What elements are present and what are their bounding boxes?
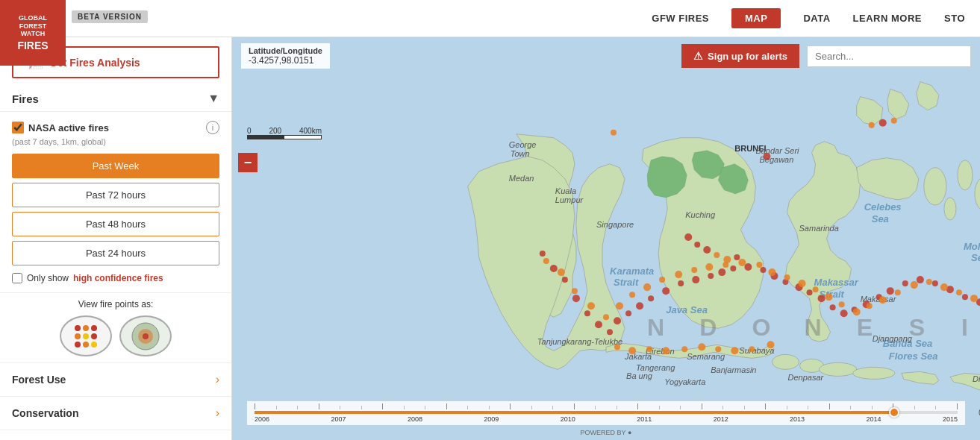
time-btn-48h[interactable]: Past 48 hours — [12, 212, 219, 236]
fire-dot — [940, 283, 948, 291]
layer-category-land-cover[interactable]: Land Cover › — [0, 430, 231, 440]
nasa-fires-row: NASA active fires i — [12, 121, 219, 134]
fire-dot — [970, 295, 978, 302]
fire-dot — [730, 265, 736, 271]
view-fire-points: View fire points as: — [0, 293, 231, 362]
scale-line — [247, 135, 322, 139]
fire-dot — [694, 242, 700, 248]
celebes-sea-label2: Sea — [872, 213, 889, 224]
bandar-label: Bandar Seri — [755, 146, 799, 155]
year-2014: 2014 — [867, 415, 881, 423]
nav-data[interactable]: DATA — [803, 13, 830, 24]
fire-dot — [614, 317, 621, 324]
year-2010: 2010 — [561, 415, 575, 423]
fire-dot — [691, 267, 697, 273]
fire-dot — [678, 280, 684, 286]
fire-dot — [714, 252, 720, 258]
nav-sto[interactable]: STO — [944, 13, 965, 24]
nav-gfw-fires[interactable]: GFW FIRES — [652, 13, 709, 24]
zoom-out-button[interactable]: − — [238, 153, 258, 172]
fire-dot — [911, 281, 918, 289]
fire-dot — [684, 233, 692, 241]
fire-dot — [550, 265, 558, 272]
fire-dot — [818, 295, 825, 302]
fire-dot — [628, 347, 636, 354]
fire-points-dots-option[interactable] — [60, 315, 112, 356]
fire-dot — [932, 280, 938, 286]
dot-yellow-2 — [91, 342, 97, 348]
fire-dot — [718, 268, 725, 276]
molucca-label2: Sea — [971, 252, 980, 263]
dot-red — [75, 325, 81, 331]
info-icon[interactable]: i — [206, 121, 219, 134]
time-btn-72h[interactable]: Past 72 hours — [12, 183, 219, 207]
dot-red-4 — [75, 342, 81, 348]
timeline-track: // will be rendered via static HTML belo… — [255, 406, 958, 421]
nasa-fires-checkbox[interactable] — [12, 122, 24, 133]
fire-dot — [625, 310, 631, 316]
logo[interactable]: GLOBAL FOREST WATCH FIRES — [0, 0, 66, 66]
confidence-checkbox[interactable] — [12, 273, 22, 283]
chevron-down-icon: ▼ — [207, 92, 219, 105]
year-2013: 2013 — [790, 415, 805, 423]
flores-sea-label: Flores Sea — [889, 351, 938, 362]
view-fire-label: View fire points as: — [78, 299, 154, 309]
molucca-label: Molucca — [964, 241, 980, 252]
time-btn-24h[interactable]: Past 24 hours — [12, 241, 219, 265]
fire-point-options — [12, 315, 219, 356]
logo-fires: FIRES — [17, 40, 48, 51]
beta-badge: BETA VERSION — [72, 10, 148, 23]
map-search-input[interactable] — [807, 45, 971, 67]
powered-by: POWERED BY ● — [581, 429, 632, 436]
dot-red-3 — [91, 333, 97, 339]
fire-dot — [572, 288, 578, 294]
fires-section-header[interactable]: Fires ▼ — [0, 86, 231, 112]
makassar-label: Makassar — [814, 277, 859, 288]
fire-dot — [926, 279, 932, 285]
d-letter: D — [699, 314, 717, 341]
fire-dot — [744, 263, 752, 271]
nasa-fires-sublabel: (past 7 days, 1km, global) — [12, 137, 219, 146]
fire-dot — [891, 118, 897, 124]
fire-dot — [705, 263, 713, 271]
fire-dot — [738, 259, 746, 266]
layer-category-forest-use[interactable]: Forest Use › — [0, 362, 231, 396]
djangpang-label: Djangpang — [873, 334, 913, 343]
nav-learn-more[interactable]: LEARN MORE — [853, 13, 922, 24]
banjarmasin-label: Banjarmasin — [711, 365, 756, 374]
timeline-handle[interactable] — [889, 407, 899, 418]
fire-dot — [887, 287, 894, 295]
toolbar-right: ⚠ Sign up for alerts — [681, 44, 971, 68]
fire-dot — [607, 329, 613, 335]
map-area[interactable]: Celebes Sea Java Sea Karamata Strait Mak… — [232, 37, 980, 440]
timeline[interactable]: // will be rendered via static HTML belo… — [247, 401, 965, 425]
fire-points-cluster-option[interactable] — [119, 315, 172, 356]
confidence-text: Only show — [27, 273, 69, 283]
fire-dot — [543, 258, 549, 264]
layer-category-conservation[interactable]: Conservation › — [0, 396, 231, 430]
layer-categories: Forest Use › Conservation › Land Cover ›… — [0, 362, 231, 440]
fire-dot — [830, 304, 836, 310]
karamata-label: Karamata — [610, 265, 654, 277]
year-2006: 2006 — [255, 415, 269, 423]
coord-value: -3.4257,98.0151 — [249, 55, 322, 66]
fire-dot — [562, 277, 568, 283]
time-btn-past-week[interactable]: Past Week — [12, 154, 219, 178]
svg-point-7 — [853, 367, 895, 379]
fire-dot — [698, 343, 705, 351]
fire-dots-preview — [75, 325, 97, 348]
nav-map[interactable]: MAP — [731, 8, 781, 28]
i-letter: I — [961, 314, 968, 341]
logo-text-line3: WATCH — [21, 30, 45, 38]
fire-dot — [659, 277, 665, 283]
chevron-right-conservation-icon: › — [216, 406, 219, 420]
zoom-controls: − — [238, 153, 258, 172]
n2-letter: N — [805, 314, 822, 341]
year-2008: 2008 — [408, 415, 422, 423]
fire-dot — [784, 274, 790, 280]
sign-up-alerts-button[interactable]: ⚠ Sign up for alerts — [681, 44, 799, 68]
fire-dot — [662, 287, 670, 295]
svg-point-9 — [944, 198, 956, 220]
bogor-label: Ba ung — [626, 371, 653, 380]
fire-dot — [917, 276, 924, 283]
